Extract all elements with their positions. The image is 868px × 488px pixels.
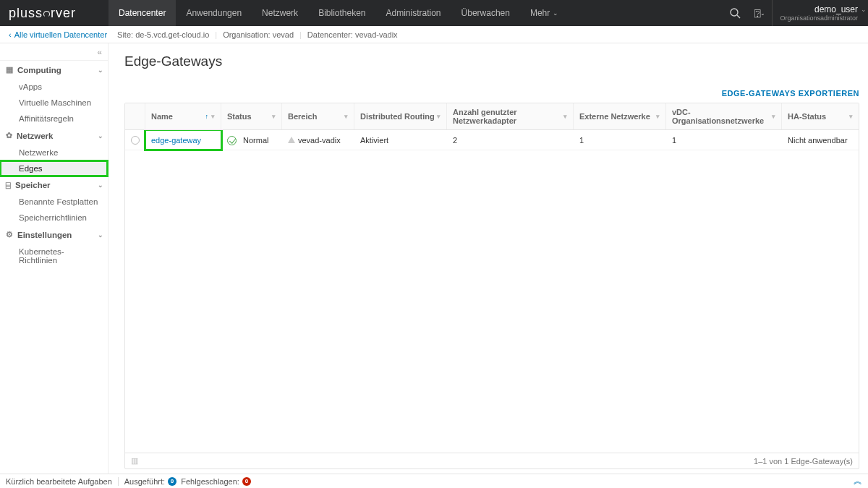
status-text: Normal [243, 136, 268, 145]
cell-extnet: 1 [574, 130, 666, 150]
svg-line-1 [737, 15, 740, 18]
filter-icon[interactable]: ▾ [437, 113, 441, 120]
failed-badge: 0 [242, 477, 251, 486]
sidebar-group-label: Einstellungen [17, 231, 72, 239]
filter-icon[interactable]: ▾ [344, 113, 348, 120]
breadcrumb-dc: vevad-vadix [355, 30, 398, 39]
th-drouting[interactable]: Distributed Routing▾ [354, 103, 447, 129]
network-icon: ✿ [6, 131, 12, 140]
th-orgnet[interactable]: vDC-Organisationsnetzwerke▾ [666, 103, 782, 129]
sidebar-group-network[interactable]: ✿ Netzwerk ⌄ [0, 127, 108, 145]
expand-icon[interactable]: ︽ [854, 475, 862, 487]
edge-name-link[interactable]: edge-gateway [151, 136, 201, 145]
cell-drouting: Aktiviert [354, 130, 447, 150]
breadcrumb-org: vevad [273, 30, 294, 39]
sidebar: « ▦ Computing ⌄ vApps Virtuelle Maschine… [0, 43, 109, 474]
filter-icon[interactable]: ▾ [272, 113, 276, 120]
columns-icon[interactable]: ▥ [131, 456, 138, 466]
user-role: Organisationsadministrator [780, 14, 858, 22]
brand-logo: plussrver [0, 6, 109, 21]
chevron-down-icon: ⌄ [98, 67, 103, 74]
sidebar-item-vms[interactable]: Virtuelle Maschinen [0, 95, 108, 111]
filter-icon[interactable]: ▾ [656, 113, 660, 120]
sidebar-group-label: Speicher [15, 181, 51, 189]
svg-point-0 [731, 9, 738, 16]
nav-netzwerk[interactable]: Netzwerk [252, 0, 308, 26]
status-ok-icon [227, 134, 243, 145]
sort-asc-icon: ↑ [205, 113, 209, 120]
th-select [125, 103, 145, 129]
sidebar-group-settings[interactable]: ⚙ Einstellungen ⌄ [0, 226, 108, 244]
sidebar-item-disks[interactable]: Benannte Festplatten [0, 194, 108, 210]
edge-table: Name↑▾ Status▾ Bereich▾ Distributed Rout… [124, 103, 859, 469]
breadcrumb-dc-label: Datencenter: [307, 30, 353, 39]
nav-more-label: Mehr [530, 8, 550, 18]
breadcrumb-back[interactable]: Alle virtuellen Datencenter [14, 30, 107, 39]
sidebar-item-k8s[interactable]: Kubernetes-Richtlinien [0, 244, 108, 268]
table-footer-count: 1–1 von 1 Edge-Gateway(s) [754, 457, 853, 466]
sidebar-item-vapps[interactable]: vApps [0, 79, 108, 95]
scope-text: vevad-vadix [298, 136, 341, 145]
back-icon[interactable]: ‹ [9, 30, 12, 39]
th-scope[interactable]: Bereich▾ [282, 103, 354, 129]
content: Edge-Gateways EDGE-GATEWAYS EXPORTIEREN … [109, 43, 868, 474]
table-row[interactable]: edge-gateway Normal vevad-vadix Aktivier… [125, 130, 859, 150]
user-menu[interactable]: demo_user Organisationsadministrator ⌄ [772, 0, 868, 26]
sidebar-item-storagepolicies[interactable]: Speicherrichtlinien [0, 210, 108, 226]
nav-more[interactable]: Mehr⌄ [520, 0, 569, 26]
th-status[interactable]: Status▾ [221, 103, 282, 129]
filter-icon[interactable]: ▾ [849, 113, 853, 120]
statusbar-running: Ausgeführt: 0 Fehlgeschlagen: 0 [124, 477, 257, 486]
sidebar-group-label: Computing [17, 66, 61, 74]
filter-icon[interactable]: ▾ [772, 113, 775, 120]
nav-anwendungen[interactable]: Anwendungen [176, 0, 252, 26]
statusbar-tasks[interactable]: Kürzlich bearbeitete Aufgaben [6, 477, 119, 486]
export-link[interactable]: EDGE-GATEWAYS EXPORTIEREN [722, 89, 859, 98]
chevron-down-icon: ⌄ [98, 181, 103, 189]
cell-ha: Nicht anwendbar [782, 130, 859, 150]
running-badge: 0 [168, 477, 176, 486]
chevron-down-icon: ⌄ [98, 231, 103, 239]
page-title: Edge-Gateways [124, 53, 859, 69]
cell-adapters: 2 [447, 130, 574, 150]
sidebar-collapse-icon[interactable]: « [0, 43, 108, 61]
sidebar-group-label: Netzwerk [17, 132, 54, 140]
chevron-down-icon: ⌄ [98, 132, 103, 140]
sidebar-item-affinity[interactable]: Affinitätsregeln [0, 111, 108, 127]
filter-icon[interactable]: ▾ [211, 113, 215, 120]
sidebar-item-edges[interactable]: Edges [0, 160, 108, 176]
sidebar-group-computing[interactable]: ▦ Computing ⌄ [0, 61, 108, 79]
row-radio[interactable] [131, 136, 140, 145]
breadcrumb: ‹ Alle virtuellen Datencenter Site: de-5… [0, 26, 868, 43]
nav-administration[interactable]: Administration [376, 0, 451, 26]
breadcrumb-site-label: Site: [117, 30, 133, 39]
breadcrumb-site: de-5.vcd.get-cloud.io [135, 30, 209, 39]
nav-bibliotheken[interactable]: Bibliotheken [308, 0, 375, 26]
grid-icon: ▦ [6, 65, 13, 74]
chevron-down-icon: ⌄ [553, 9, 558, 17]
sidebar-group-storage[interactable]: ⌸ Speicher ⌄ [0, 176, 108, 194]
th-name[interactable]: Name↑▾ [145, 103, 221, 129]
sidebar-item-networks[interactable]: Netzwerke [0, 145, 108, 160]
statusbar: Kürzlich bearbeitete Aufgaben Ausgeführt… [0, 474, 868, 488]
filter-icon[interactable]: ▾ [563, 113, 567, 120]
storage-icon: ⌸ [6, 181, 11, 189]
breadcrumb-org-label: Organisation: [223, 30, 270, 39]
search-icon[interactable] [723, 7, 747, 19]
scope-icon [288, 137, 295, 143]
topnav: plussrver Datencenter Anwendungen Netzwe… [0, 0, 868, 26]
nav-ueberwachen[interactable]: Überwachen [451, 0, 520, 26]
chevron-down-icon: ⌄ [861, 6, 867, 13]
th-ha[interactable]: HA-Status▾ [782, 103, 859, 129]
nav-datacenter[interactable]: Datencenter [109, 0, 176, 26]
help-icon[interactable]: ⍰⌄ [747, 7, 772, 19]
gear-icon: ⚙ [6, 230, 13, 239]
cell-orgnet: 1 [666, 130, 782, 150]
th-adapters[interactable]: Anzahl genutzter Netzwerkadapter▾ [447, 103, 574, 129]
th-extnet[interactable]: Externe Netzwerke▾ [574, 103, 666, 129]
user-name: demo_user [780, 4, 858, 14]
